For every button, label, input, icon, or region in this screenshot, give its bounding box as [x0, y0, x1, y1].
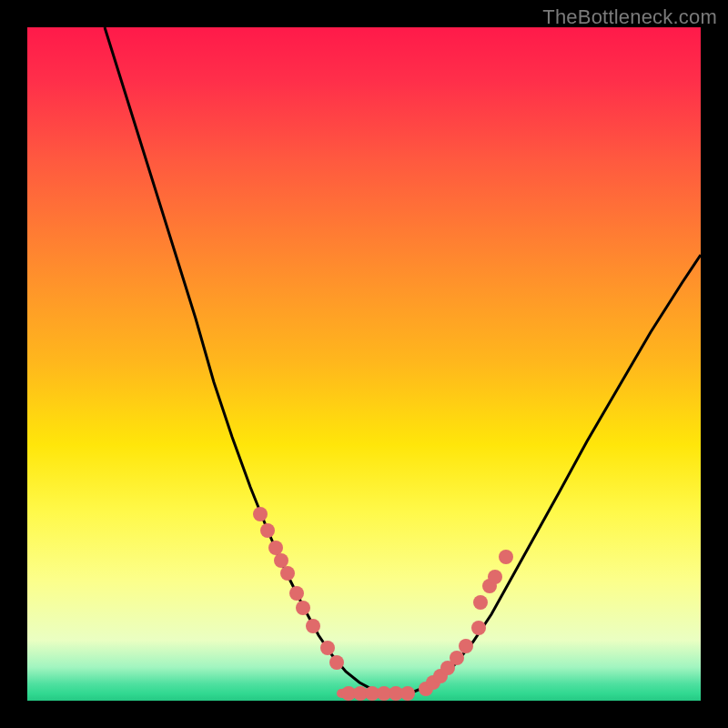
data-dot: [289, 586, 304, 601]
data-dot: [499, 550, 513, 564]
data-dot: [488, 570, 502, 584]
data-dot: [471, 621, 486, 635]
data-dot: [253, 507, 268, 521]
data-dot: [329, 655, 344, 670]
data-dot: [260, 523, 275, 538]
watermark-text: TheBottleneck.com: [542, 5, 717, 29]
data-dot: [268, 541, 283, 555]
data-dot: [280, 566, 295, 581]
data-dot: [450, 651, 464, 665]
data-dots: [253, 507, 513, 701]
curve-left: [105, 27, 400, 693]
bottleneck-curve-plot: [27, 27, 701, 701]
data-dot: [459, 639, 473, 653]
data-dot: [400, 686, 415, 701]
data-dot: [473, 595, 488, 610]
curve-right: [400, 255, 701, 693]
data-dot: [296, 601, 310, 615]
chart-area: [27, 27, 701, 701]
data-dot: [320, 641, 335, 655]
data-dot: [274, 553, 288, 568]
data-dot: [306, 619, 320, 633]
